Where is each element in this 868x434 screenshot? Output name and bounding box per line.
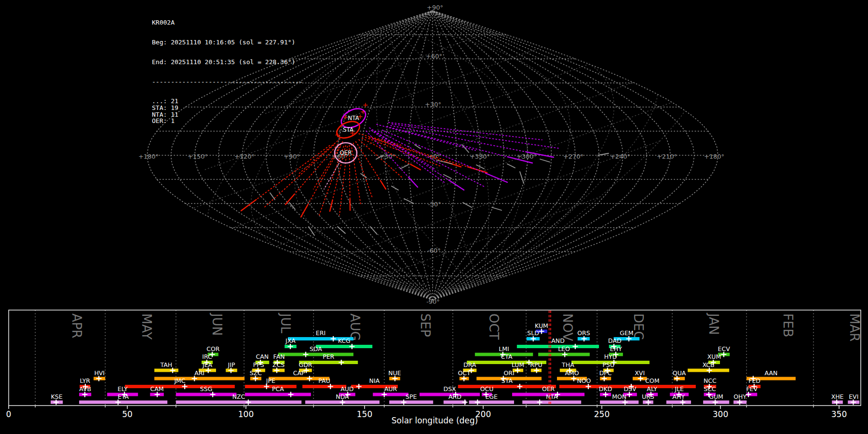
month-label: FEB <box>781 313 795 337</box>
axis-tick-label: 100 <box>238 409 254 419</box>
peak-cross <box>182 384 188 389</box>
shower-code-label: XHE <box>831 393 844 400</box>
activity-bar <box>666 401 691 404</box>
peak-cross <box>626 336 632 341</box>
activity-bar <box>79 401 167 404</box>
shower-code-label: AHY <box>673 393 685 400</box>
shower-code-label: EGE <box>485 393 498 400</box>
shower-code-label: QUA <box>673 369 686 377</box>
equatorial-meridian <box>339 19 482 308</box>
shower-code-label: MON <box>612 393 626 400</box>
peak-cross <box>582 336 587 341</box>
shower-code-label: XUM <box>707 353 721 360</box>
peak-cross <box>601 376 607 381</box>
peak-cross <box>96 376 102 381</box>
shower-code-label: KSE <box>51 393 63 400</box>
activity-bar <box>125 385 235 388</box>
longitude-label: +180° <box>138 153 159 160</box>
shower-code-label: OHY <box>733 393 746 400</box>
sporadic-meteor <box>492 207 502 210</box>
count-line: ...: 21 <box>152 98 303 105</box>
month-label: JAN <box>706 312 721 335</box>
shower-code-label: ZCS <box>272 361 285 368</box>
peak-cross <box>210 392 216 397</box>
peak-cross <box>638 376 643 381</box>
shower-bars: KUMERISLDORSGEMJXAKCGANDDADCORSDALMILEOE… <box>51 322 859 405</box>
shower-code-label: PPS <box>253 361 264 368</box>
shower-code-label: ALY <box>647 385 657 393</box>
axis-tick-label: 300 <box>713 409 728 419</box>
peak-cross <box>562 352 568 357</box>
shower-code-label: ORS <box>577 329 590 337</box>
shower-bar-EVI: EVI <box>848 393 859 405</box>
shower-code-label: COR <box>206 345 220 353</box>
peak-cross <box>571 376 576 381</box>
session-end: End: 20251110 20:51:35 (sol = 228.36°) <box>152 59 303 66</box>
peak-cross <box>229 368 234 373</box>
station-id: KR002A <box>152 19 303 26</box>
shower-code-label: GUM <box>709 393 723 400</box>
peak-cross <box>170 368 176 373</box>
meteor-streak <box>448 180 464 190</box>
shower-code-label: EHY <box>610 345 622 353</box>
axis-tick-label: 50 <box>122 409 133 419</box>
sporadic-meteor <box>462 145 469 152</box>
shower-bar-FEV: FEV <box>746 385 758 397</box>
sporadic-meteor <box>444 175 451 178</box>
shower-bar-TAH: TAH <box>154 361 178 373</box>
longitude-label: +270° <box>563 153 583 160</box>
shower-code-label: SCC <box>704 385 716 393</box>
shower-code-label: CAN <box>256 353 269 360</box>
shower-code-label: JMC <box>174 377 185 384</box>
shower-code-label: CAP <box>293 369 305 377</box>
activity-bar <box>316 345 372 348</box>
peak-cross <box>155 392 160 397</box>
shower-code-label: ECV <box>718 345 731 353</box>
peak-cross <box>303 352 309 357</box>
shower-code-label: SPE <box>406 393 417 400</box>
meteor-streak <box>330 200 333 211</box>
shower-code-label: IRC <box>202 353 212 360</box>
shower-code-label: NZC <box>232 393 245 400</box>
shower-code-label: SSG <box>200 385 213 393</box>
shower-code-label: DRA <box>463 361 476 368</box>
shower-code-label: AAN <box>765 369 778 377</box>
latitude-label: -90° <box>426 298 440 305</box>
shower-code-label: DSX <box>444 385 457 393</box>
latitude-label: -60° <box>427 247 441 254</box>
shower-bar-XCB: XCB <box>688 361 729 373</box>
longitude-label: +330° <box>470 153 490 160</box>
peak-cross <box>393 376 398 381</box>
equatorial-parallel <box>249 141 660 290</box>
shower-code-label: DAD <box>608 337 622 344</box>
shower-bar-QUA: QUA <box>673 369 686 381</box>
longitude-label: +240° <box>610 153 630 160</box>
peak-cross <box>192 376 197 381</box>
peak-cross <box>537 400 542 405</box>
ellipse-label: OER <box>339 149 352 156</box>
peak-cross <box>530 336 536 341</box>
shower-code-label: ERI <box>316 329 326 337</box>
peak-cross <box>646 400 651 405</box>
shower-code-label: LUM <box>512 361 524 368</box>
activity-bar <box>176 393 237 396</box>
shower-bar-RPU: RPU <box>530 361 542 373</box>
shower-code-label: EVI <box>849 393 858 400</box>
activity-bar <box>302 385 346 388</box>
shower-code-label: PER <box>323 353 334 360</box>
shower-code-label: JEA <box>202 361 213 368</box>
sporadic-meteor <box>270 193 275 200</box>
shower-code-label: PAU <box>318 377 330 384</box>
peak-cross <box>331 336 336 341</box>
shower-code-label: SLD <box>527 329 539 337</box>
shower-code-label: NIA <box>369 377 380 384</box>
equatorial-meridian <box>383 0 571 291</box>
ellipse-label: STA <box>343 126 354 133</box>
shower-bar-KSE: KSE <box>51 393 63 405</box>
activity-bar <box>154 377 244 380</box>
shower-code-label: DKD <box>599 385 612 393</box>
peak-cross <box>462 400 468 405</box>
shower-bar-AVB: AVB <box>79 385 91 397</box>
shower-code-label: FEV <box>746 385 758 393</box>
peak-cross <box>680 400 685 405</box>
